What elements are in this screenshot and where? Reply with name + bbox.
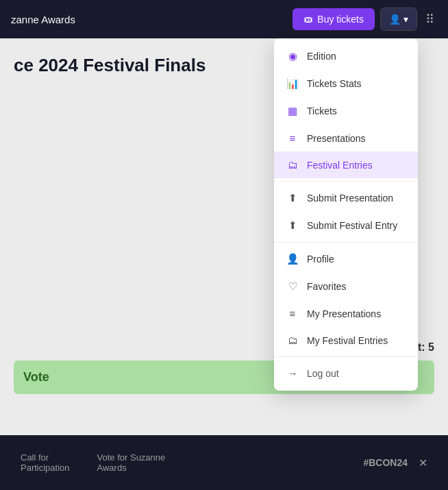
submit-presentation-icon: ⬆ (286, 192, 299, 204)
menu-item-edition[interactable]: ◉ Edition (274, 42, 418, 70)
ticket-icon: 🎟 (303, 14, 313, 25)
grid-icon: ⠿ (425, 12, 434, 26)
menu-item-favorites-label: Favorites (307, 281, 347, 292)
menu-item-profile[interactable]: 👤 Profile (274, 245, 418, 273)
menu-item-festival-entries[interactable]: 🗂 Festival Entries (274, 151, 418, 178)
buy-tickets-button[interactable]: 🎟 Buy tickets (293, 8, 375, 30)
dropdown-menu: ◉ Edition 📊 Tickets Stats ▦ Tickets ≡ Pr… (274, 38, 418, 391)
user-icon: 👤 (389, 14, 401, 25)
my-presentations-icon: ≡ (286, 308, 299, 319)
logout-icon: → (286, 367, 299, 379)
menu-item-festival-entries-label: Festival Entries (307, 160, 373, 171)
menu-item-logout[interactable]: → Log out (274, 360, 418, 387)
menu-item-favorites[interactable]: ♡ Favorites (274, 273, 418, 300)
menu-item-submit-presentation-label: Submit Presentation (307, 193, 393, 204)
grid-button[interactable]: ⠿ (423, 9, 437, 29)
tickets-icon: ▦ (286, 105, 299, 117)
menu-item-logout-label: Log out (307, 368, 339, 379)
menu-item-profile-label: Profile (307, 254, 334, 265)
menu-item-my-presentations-label: My Presentations (307, 308, 381, 319)
my-festival-entries-icon: 🗂 (286, 334, 299, 346)
menu-item-my-festival-entries-label: My Festival Entries (307, 335, 388, 346)
profile-icon: 👤 (286, 253, 299, 265)
presentations-icon: ≡ (286, 132, 299, 144)
divider-1 (274, 181, 418, 182)
brand-name: zanne Awards (11, 14, 75, 25)
divider-2 (274, 242, 418, 243)
menu-item-tickets[interactable]: ▦ Tickets (274, 97, 418, 125)
menu-item-my-festival-entries[interactable]: 🗂 My Festival Entries (274, 327, 418, 354)
menu-item-submit-presentation[interactable]: ⬆ Submit Presentation (274, 184, 418, 212)
favorites-icon: ♡ (286, 280, 299, 293)
user-menu-button[interactable]: 👤 ▾ (380, 8, 417, 31)
menu-item-presentations[interactable]: ≡ Presentations (274, 125, 418, 151)
menu-item-my-presentations[interactable]: ≡ My Presentations (274, 300, 418, 327)
menu-item-submit-festival-entry[interactable]: ⬆ Submit Festival Entry (274, 212, 418, 239)
edition-icon: ◉ (286, 50, 299, 62)
festival-entries-icon: 🗂 (286, 159, 299, 171)
chevron-down-icon: ▾ (403, 14, 408, 25)
tickets-stats-icon: 📊 (286, 77, 299, 90)
menu-item-submit-festival-entry-label: Submit Festival Entry (307, 220, 397, 231)
menu-item-tickets-stats[interactable]: 📊 Tickets Stats (274, 70, 418, 97)
menu-item-edition-label: Edition (307, 51, 336, 62)
divider-3 (274, 356, 418, 357)
menu-item-tickets-stats-label: Tickets Stats (307, 78, 362, 89)
menu-item-tickets-label: Tickets (307, 106, 337, 117)
menu-item-presentations-label: Presentations (307, 133, 366, 144)
header-actions: 🎟 Buy tickets 👤 ▾ ⠿ (293, 8, 437, 31)
header: zanne Awards 🎟 Buy tickets 👤 ▾ ⠿ (0, 0, 448, 38)
submit-festival-icon: ⬆ (286, 219, 299, 232)
